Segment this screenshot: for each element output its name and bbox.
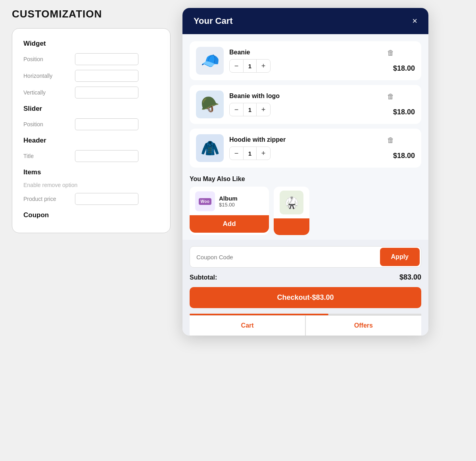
cart-widget: Your Cart × 🧢 Beanie − 1 + 🗑 $18.00 🪖 bbox=[182, 8, 428, 336]
items-price-label: Product price bbox=[23, 196, 75, 202]
delete-hoodie-icon[interactable]: 🗑 bbox=[387, 136, 394, 145]
checkout-button[interactable]: Checkout-$83.00 bbox=[190, 287, 421, 308]
header-title-input[interactable] bbox=[75, 150, 138, 162]
cart-title: Your Cart bbox=[194, 16, 233, 26]
item-right-beanie: 🗑 $18.00 bbox=[383, 49, 415, 73]
item-image-beanie-logo: 🪖 bbox=[196, 91, 224, 118]
item-details-hoodie: Hoodie with zipper − 1 + bbox=[229, 136, 378, 160]
coupon-section-heading: Coupon bbox=[23, 211, 159, 219]
panel-title: CUSTOMIZATION bbox=[12, 8, 171, 20]
widget-horizontally-row: Horizontally bbox=[23, 70, 159, 82]
slider-position-input[interactable] bbox=[75, 118, 138, 130]
qty-minus-beanie[interactable]: − bbox=[230, 60, 243, 72]
item-name-beanie: Beanie bbox=[229, 49, 378, 56]
also-like-jacket-image: 🥋 bbox=[280, 191, 303, 214]
item-name-beanie-logo: Beanie with logo bbox=[229, 93, 378, 100]
also-like-title: You May Also Like bbox=[190, 176, 421, 183]
widget-section-heading: Widget bbox=[23, 40, 159, 48]
subtotal-row: Subtotal: $83.00 bbox=[190, 273, 421, 282]
subtotal-label: Subtotal: bbox=[190, 274, 217, 281]
header-section-heading: Header bbox=[23, 137, 159, 145]
qty-control-beanie-logo: − 1 + bbox=[229, 103, 271, 116]
cart-close-button[interactable]: × bbox=[412, 17, 417, 25]
widget-vertically-label: Vertically bbox=[23, 89, 75, 96]
woo-badge: Woo bbox=[199, 198, 212, 205]
widget-vertically-input[interactable] bbox=[75, 87, 138, 98]
cart-item-2: 🪖 Beanie with logo − 1 + 🗑 $18.00 bbox=[190, 85, 421, 124]
panel-box: Widget Position Horizontally Vertically … bbox=[12, 28, 171, 233]
qty-plus-hoodie[interactable]: + bbox=[257, 147, 270, 160]
coupon-row: Apply bbox=[190, 246, 421, 268]
widget-vertically-row: Vertically bbox=[23, 87, 159, 98]
slider-position-label: Position bbox=[23, 121, 75, 127]
subtotal-value: $83.00 bbox=[399, 273, 421, 282]
item-right-beanie-logo: 🗑 $18.00 bbox=[383, 93, 415, 116]
widget-horizontally-input[interactable] bbox=[75, 70, 138, 82]
also-like-album-info: Album $15.00 bbox=[219, 195, 238, 208]
qty-control-beanie: − 1 + bbox=[229, 59, 271, 73]
also-like-album-add-button[interactable]: Add bbox=[190, 215, 269, 233]
qty-minus-hoodie[interactable]: − bbox=[230, 147, 243, 160]
delete-beanie-logo-icon[interactable]: 🗑 bbox=[387, 93, 394, 101]
also-like-album-image: Woo bbox=[195, 191, 215, 211]
item-details-beanie: Beanie − 1 + bbox=[229, 49, 378, 73]
tab-cart-button[interactable]: Cart bbox=[190, 316, 305, 336]
cart-item-3: 🧥 Hoodie with zipper − 1 + 🗑 $18.00 bbox=[190, 129, 421, 168]
widget-position-label: Position bbox=[23, 56, 75, 62]
also-like-album-price: $15.00 bbox=[219, 202, 238, 208]
items-price-row: Product price bbox=[23, 193, 159, 205]
item-price-beanie: $18.00 bbox=[393, 64, 415, 73]
also-like-jacket-card: 🥋 bbox=[274, 187, 309, 235]
also-like-album-card: Woo Album $15.00 Add bbox=[190, 187, 269, 235]
also-like-scroll: Woo Album $15.00 Add 🥋 bbox=[190, 187, 421, 240]
qty-value-hoodie: 1 bbox=[243, 147, 257, 160]
cart-header: Your Cart × bbox=[182, 8, 428, 34]
widget-horizontally-label: Horizontally bbox=[23, 73, 75, 79]
slider-section-heading: Slider bbox=[23, 105, 159, 113]
cart-tabs: Cart Offers bbox=[190, 315, 421, 336]
items-price-input[interactable] bbox=[75, 193, 138, 205]
item-price-hoodie: $18.00 bbox=[393, 152, 415, 160]
qty-plus-beanie-logo[interactable]: + bbox=[257, 103, 270, 116]
qty-plus-beanie[interactable]: + bbox=[257, 60, 270, 72]
also-like-section: You May Also Like Woo Album $15.00 Add bbox=[190, 172, 421, 240]
delete-beanie-icon[interactable]: 🗑 bbox=[387, 49, 394, 57]
item-image-hoodie: 🧥 bbox=[196, 134, 224, 162]
header-title-row: Title bbox=[23, 150, 159, 162]
customization-panel: CUSTOMIZATION Widget Position Horizontal… bbox=[0, 0, 182, 241]
also-like-album-name: Album bbox=[219, 195, 238, 202]
qty-minus-beanie-logo[interactable]: − bbox=[230, 103, 243, 116]
widget-position-input[interactable] bbox=[75, 53, 138, 65]
slider-position-row: Position bbox=[23, 118, 159, 130]
item-price-beanie-logo: $18.00 bbox=[393, 108, 415, 116]
qty-control-hoodie: − 1 + bbox=[229, 147, 271, 160]
also-like-album-inner: Woo Album $15.00 bbox=[190, 187, 269, 211]
also-like-jacket-add-button[interactable] bbox=[274, 218, 309, 235]
cart-body: 🧢 Beanie − 1 + 🗑 $18.00 🪖 Beanie with lo… bbox=[182, 34, 428, 240]
item-name-hoodie: Hoodie with zipper bbox=[229, 136, 378, 143]
item-right-hoodie: 🗑 $18.00 bbox=[383, 136, 415, 160]
widget-position-row: Position bbox=[23, 53, 159, 65]
coupon-input[interactable] bbox=[190, 247, 379, 267]
qty-value-beanie: 1 bbox=[243, 60, 257, 72]
items-section-heading: Items bbox=[23, 168, 159, 176]
qty-value-beanie-logo: 1 bbox=[243, 103, 257, 116]
item-image-beanie: 🧢 bbox=[196, 47, 224, 75]
item-details-beanie-logo: Beanie with logo − 1 + bbox=[229, 93, 378, 116]
tab-offers-button[interactable]: Offers bbox=[306, 316, 421, 336]
header-title-label: Title bbox=[23, 153, 75, 159]
items-remove-label: Enable remove option bbox=[23, 182, 159, 188]
cart-item: 🧢 Beanie − 1 + 🗑 $18.00 bbox=[190, 41, 421, 80]
apply-coupon-button[interactable]: Apply bbox=[380, 248, 420, 266]
cart-footer: Apply Subtotal: $83.00 Checkout-$83.00 C… bbox=[182, 240, 428, 336]
